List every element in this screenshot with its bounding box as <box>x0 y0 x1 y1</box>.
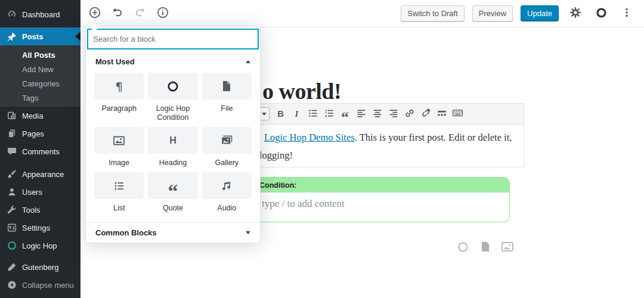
posts-submenu: All Posts Add New Categories Tags <box>0 45 80 107</box>
sidebar-item-collapse-menu[interactable]: Collapse menu <box>0 276 80 294</box>
most-used-section-header[interactable]: Most Used <box>86 51 260 69</box>
file-icon <box>481 241 490 254</box>
blockquote-button[interactable]: “ <box>337 107 353 121</box>
sidebar-item-dashboard[interactable]: Dashboard <box>0 5 80 23</box>
align-center-button[interactable] <box>369 107 385 121</box>
align-left-icon <box>356 108 367 120</box>
gear-icon <box>569 7 581 20</box>
sidebar-item-label: Users <box>22 188 42 197</box>
sidebar-item-label: Posts <box>22 32 43 41</box>
sidebar-item-gutenberg[interactable]: Gutenberg <box>0 258 80 276</box>
inserter-block-gallery[interactable]: Gallery <box>202 127 252 167</box>
paragraph-text[interactable]: Logic Hop Demo Sites. This is your first… <box>251 125 524 164</box>
more-options-button[interactable] <box>618 5 636 23</box>
switch-to-draft-button[interactable]: Switch to Draft <box>401 5 465 21</box>
sidebar-item-settings[interactable]: Settings <box>0 219 80 237</box>
paragraph-line-1: Logic Hop Demo Sites. This is your first… <box>259 129 514 147</box>
inserter-block-paragraph[interactable]: ¶ Paragraph <box>94 73 144 122</box>
align-left-button[interactable] <box>353 107 369 121</box>
sidebar-item-label: Media <box>22 111 43 120</box>
sidebar-item-comments[interactable]: Comments <box>0 142 80 160</box>
pushpin-icon <box>7 32 17 42</box>
block-grid: ¶ Paragraph Logic Hop Condition File Ima… <box>86 69 260 218</box>
submenu-item-all-posts[interactable]: All Posts <box>0 48 80 63</box>
submenu-item-categories[interactable]: Categories <box>0 77 80 91</box>
inserter-block-quote[interactable]: “ Quote <box>148 172 197 213</box>
block-label: Audio <box>217 204 236 213</box>
info-icon <box>156 6 169 21</box>
content-structure-button[interactable] <box>154 5 172 23</box>
sidebar-item-label: Collapse menu <box>22 281 74 290</box>
insert-link-button[interactable] <box>401 107 417 121</box>
settings-sidebar-button[interactable] <box>566 5 584 23</box>
sidebar-item-appearance[interactable]: Appearance <box>0 165 80 183</box>
italic-icon: I <box>295 109 299 119</box>
sidebar-item-pages[interactable]: Pages <box>0 125 80 142</box>
expand-arrow-down-icon <box>246 231 250 234</box>
submenu-item-tags[interactable]: Tags <box>0 91 80 105</box>
bold-icon: B <box>277 109 283 119</box>
toolbar-toggle-button[interactable] <box>450 107 466 121</box>
update-button[interactable]: Update <box>521 5 559 21</box>
inserter-block-image[interactable]: Image <box>94 127 144 167</box>
inserter-block-audio[interactable]: Audio <box>202 172 252 213</box>
submenu-item-add-new[interactable]: Add New <box>0 63 80 77</box>
inserter-block-file[interactable]: File <box>202 73 252 122</box>
inserter-block-list[interactable]: List <box>94 172 144 213</box>
sidebar-item-logic-hop[interactable]: Logic Hop <box>0 237 80 254</box>
logic-hop-condition-block[interactable]: Condition: type / to add content <box>253 177 510 222</box>
audio-block-icon <box>202 172 252 199</box>
redo-button[interactable] <box>131 5 149 23</box>
sidebar-item-tools[interactable]: Tools <box>0 201 80 219</box>
undo-icon <box>111 6 124 21</box>
demo-sites-link[interactable]: Logic Hop Demo Sites <box>264 132 355 143</box>
circle-ring-icon <box>457 241 469 254</box>
numbered-list-button[interactable] <box>321 107 337 121</box>
block-inserter-button[interactable] <box>86 5 104 23</box>
align-right-button[interactable] <box>385 107 401 121</box>
block-label: Logic Hop Condition <box>148 104 197 122</box>
bold-button[interactable]: B <box>273 107 289 121</box>
pages-icon <box>7 129 17 139</box>
comments-icon <box>7 147 17 157</box>
logic-hop-toolbar-button[interactable] <box>592 5 610 23</box>
paragraph-line-1-rest: . This is your first post. Edit or delet… <box>355 132 512 143</box>
sidebar-item-users[interactable]: Users <box>0 183 80 201</box>
condition-block-placeholder[interactable]: type / to add content <box>253 193 509 210</box>
appender-image-button[interactable] <box>501 241 513 254</box>
bulleted-list-button[interactable] <box>305 107 321 121</box>
preview-button[interactable]: Preview <box>472 5 513 21</box>
file-block-icon <box>202 73 252 100</box>
chevron-down-icon <box>262 113 267 116</box>
block-label: Quote <box>163 204 183 213</box>
collapse-arrow-icon <box>7 280 17 290</box>
common-blocks-section-header[interactable]: Common Blocks <box>86 222 260 243</box>
condition-block-header: Condition: <box>253 178 509 193</box>
sidebar-item-label: Appearance <box>22 170 64 179</box>
list-block-icon <box>94 172 144 199</box>
sidebar-item-posts[interactable]: Posts <box>0 27 80 45</box>
sidebar-item-label: Gutenberg <box>22 263 58 272</box>
admin-sidebar: Dashboard Posts All Posts Add New Catego… <box>0 0 80 298</box>
pencil-icon <box>7 262 17 272</box>
undo-button[interactable] <box>109 5 126 23</box>
quote-block-icon: “ <box>148 172 197 199</box>
dashboard-icon <box>7 10 17 20</box>
post-title[interactable]: o world! <box>262 78 341 104</box>
classic-paragraph-block[interactable]: B I “ <box>250 103 524 167</box>
block-inserter-popup: Most Used ¶ Paragraph Logic Hop Conditio… <box>85 27 261 243</box>
align-center-icon <box>372 108 383 120</box>
appender-logic-hop-button[interactable] <box>457 241 469 254</box>
heading-h-icon: H <box>169 135 177 146</box>
italic-button[interactable]: I <box>289 107 305 121</box>
link-icon <box>404 108 415 120</box>
sidebar-item-label: Settings <box>22 224 50 232</box>
remove-link-button[interactable] <box>417 107 434 121</box>
read-more-icon <box>436 108 447 120</box>
appender-file-button[interactable] <box>479 241 491 254</box>
block-search-input[interactable] <box>87 29 259 49</box>
inserter-block-heading[interactable]: H Heading <box>148 127 197 167</box>
sidebar-item-media[interactable]: Media <box>0 107 80 125</box>
inserter-block-logic-hop-condition[interactable]: Logic Hop Condition <box>148 73 197 122</box>
read-more-tag-button[interactable] <box>434 107 450 121</box>
